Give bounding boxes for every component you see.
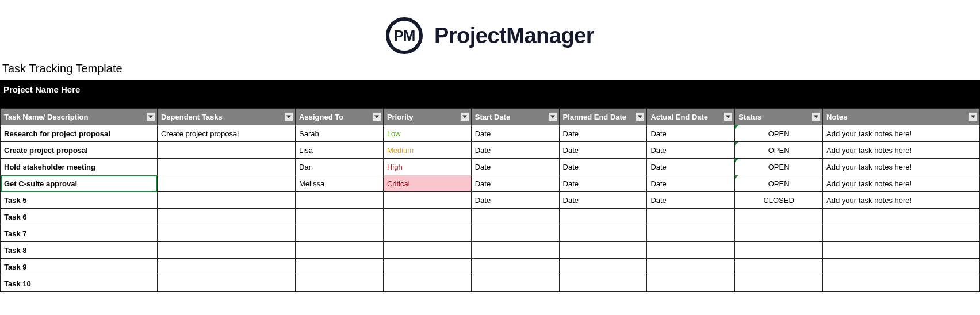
cell-task[interactable]: Hold stakeholder meeting bbox=[1, 159, 158, 175]
cell-planned-end[interactable] bbox=[559, 209, 647, 225]
cell-notes[interactable]: Add your task notes here! bbox=[823, 142, 980, 159]
cell-actual-end[interactable]: Date bbox=[647, 192, 735, 209]
cell-task[interactable]: Create project proposal bbox=[1, 142, 158, 159]
cell-start-date[interactable] bbox=[471, 209, 559, 225]
cell-priority[interactable] bbox=[383, 242, 471, 259]
filter-dropdown-icon[interactable] bbox=[811, 112, 821, 121]
cell-priority[interactable] bbox=[383, 275, 471, 292]
header-priority[interactable]: Priority bbox=[383, 109, 471, 125]
cell-actual-end[interactable] bbox=[647, 242, 735, 259]
cell-assigned[interactable]: Dan bbox=[296, 159, 384, 175]
cell-notes[interactable]: Add your task notes here! bbox=[823, 175, 980, 192]
cell-start-date[interactable]: Date bbox=[471, 159, 559, 175]
filter-dropdown-icon[interactable] bbox=[968, 112, 978, 121]
cell-assigned[interactable]: Sarah bbox=[296, 125, 384, 142]
cell-dependent[interactable] bbox=[157, 142, 295, 159]
cell-priority[interactable] bbox=[383, 209, 471, 225]
cell-status[interactable] bbox=[735, 209, 823, 225]
cell-start-date[interactable]: Date bbox=[471, 142, 559, 159]
cell-dependent[interactable] bbox=[157, 192, 295, 209]
cell-planned-end[interactable]: Date bbox=[559, 192, 647, 209]
cell-task[interactable]: Task 7 bbox=[1, 225, 158, 242]
cell-task[interactable]: Task 6 bbox=[1, 209, 158, 225]
cell-notes[interactable]: Add your task notes here! bbox=[823, 192, 980, 209]
filter-dropdown-icon[interactable] bbox=[284, 112, 293, 121]
cell-priority[interactable]: High bbox=[383, 159, 471, 175]
header-status[interactable]: Status bbox=[735, 109, 823, 125]
cell-dependent[interactable] bbox=[157, 225, 295, 242]
cell-planned-end[interactable]: Date bbox=[559, 125, 647, 142]
cell-planned-end[interactable]: Date bbox=[559, 175, 647, 192]
cell-planned-end[interactable] bbox=[559, 225, 647, 242]
cell-status[interactable] bbox=[735, 242, 823, 259]
cell-dependent[interactable]: Create project proposal bbox=[157, 125, 295, 142]
header-dependent[interactable]: Dependent Tasks bbox=[157, 109, 295, 125]
cell-task[interactable]: Task 5 bbox=[1, 192, 158, 209]
filter-dropdown-icon[interactable] bbox=[372, 112, 381, 121]
cell-assigned[interactable] bbox=[296, 209, 384, 225]
cell-assigned[interactable]: Melissa bbox=[296, 175, 384, 192]
cell-task[interactable]: Task 9 bbox=[1, 259, 158, 275]
cell-actual-end[interactable]: Date bbox=[647, 142, 735, 159]
cell-priority[interactable] bbox=[383, 259, 471, 275]
cell-actual-end[interactable]: Date bbox=[647, 125, 735, 142]
cell-planned-end[interactable]: Date bbox=[559, 142, 647, 159]
cell-priority[interactable]: Medium bbox=[383, 142, 471, 159]
project-name-bar[interactable]: Project Name Here bbox=[0, 80, 980, 108]
cell-dependent[interactable] bbox=[157, 259, 295, 275]
cell-status[interactable]: OPEN bbox=[735, 175, 823, 192]
cell-priority[interactable]: Critical bbox=[383, 175, 471, 192]
cell-status[interactable]: OPEN bbox=[735, 125, 823, 142]
cell-status[interactable]: OPEN bbox=[735, 159, 823, 175]
cell-task[interactable]: Get C-suite approval bbox=[1, 175, 158, 192]
cell-task[interactable]: Task 10 bbox=[1, 275, 158, 292]
cell-actual-end[interactable] bbox=[647, 275, 735, 292]
cell-dependent[interactable] bbox=[157, 159, 295, 175]
cell-actual-end[interactable] bbox=[647, 225, 735, 242]
cell-dependent[interactable] bbox=[157, 175, 295, 192]
cell-assigned[interactable] bbox=[296, 192, 384, 209]
cell-assigned[interactable]: Lisa bbox=[296, 142, 384, 159]
filter-dropdown-icon[interactable] bbox=[636, 112, 645, 121]
cell-notes[interactable] bbox=[823, 259, 980, 275]
cell-status[interactable] bbox=[735, 259, 823, 275]
header-actual-end[interactable]: Actual End Date bbox=[647, 109, 735, 125]
cell-start-date[interactable]: Date bbox=[471, 192, 559, 209]
header-assigned[interactable]: Assigned To bbox=[296, 109, 384, 125]
cell-notes[interactable]: Add your task notes here! bbox=[823, 125, 980, 142]
cell-notes[interactable] bbox=[823, 242, 980, 259]
cell-dependent[interactable] bbox=[157, 275, 295, 292]
cell-start-date[interactable] bbox=[471, 275, 559, 292]
filter-dropdown-icon[interactable] bbox=[460, 112, 469, 121]
cell-actual-end[interactable] bbox=[647, 259, 735, 275]
cell-dependent[interactable] bbox=[157, 242, 295, 259]
cell-actual-end[interactable] bbox=[647, 209, 735, 225]
cell-assigned[interactable] bbox=[296, 225, 384, 242]
cell-status[interactable] bbox=[735, 225, 823, 242]
cell-notes[interactable] bbox=[823, 209, 980, 225]
cell-priority[interactable]: Low bbox=[383, 125, 471, 142]
cell-dependent[interactable] bbox=[157, 209, 295, 225]
cell-priority[interactable] bbox=[383, 192, 471, 209]
cell-actual-end[interactable]: Date bbox=[647, 175, 735, 192]
cell-assigned[interactable] bbox=[296, 242, 384, 259]
cell-notes[interactable] bbox=[823, 275, 980, 292]
filter-dropdown-icon[interactable] bbox=[723, 112, 733, 121]
header-planned-end[interactable]: Planned End Date bbox=[559, 109, 647, 125]
cell-planned-end[interactable] bbox=[559, 259, 647, 275]
cell-status[interactable]: OPEN bbox=[735, 142, 823, 159]
cell-planned-end[interactable]: Date bbox=[559, 159, 647, 175]
cell-task[interactable]: Task 8 bbox=[1, 242, 158, 259]
cell-status[interactable] bbox=[735, 275, 823, 292]
cell-priority[interactable] bbox=[383, 225, 471, 242]
cell-start-date[interactable] bbox=[471, 225, 559, 242]
cell-assigned[interactable] bbox=[296, 259, 384, 275]
cell-assigned[interactable] bbox=[296, 275, 384, 292]
cell-start-date[interactable] bbox=[471, 242, 559, 259]
header-notes[interactable]: Notes bbox=[823, 109, 980, 125]
cell-notes[interactable]: Add your task notes here! bbox=[823, 159, 980, 175]
header-start-date[interactable]: Start Date bbox=[471, 109, 559, 125]
cell-status[interactable]: CLOSED bbox=[735, 192, 823, 209]
filter-dropdown-icon[interactable] bbox=[146, 112, 155, 121]
header-task[interactable]: Task Name/ Description bbox=[1, 109, 158, 125]
